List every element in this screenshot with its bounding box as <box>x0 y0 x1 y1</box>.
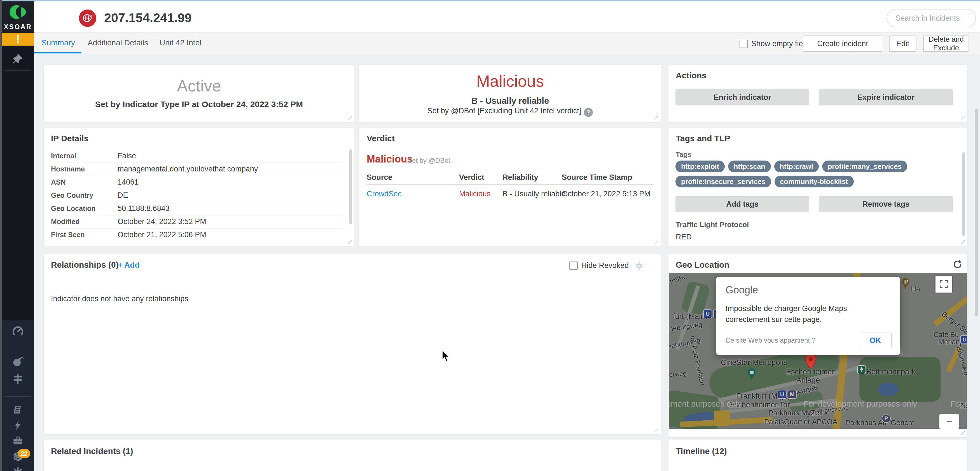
relationships-settings-gear-icon[interactable] <box>635 261 644 271</box>
xsoar-indicator-screen: XSOAR ! <box>0 0 980 471</box>
ip-detail-label: ASN <box>51 178 118 186</box>
ip-detail-row: InternalFalse <box>51 149 342 163</box>
verdict-row-verdict: Malicious <box>459 190 491 198</box>
fullscreen-button[interactable] <box>935 276 952 293</box>
col-source: Source <box>367 173 393 182</box>
sidebar: XSOAR ! <box>2 2 34 471</box>
hide-revoked-checkbox[interactable] <box>570 262 578 270</box>
alert-banner[interactable]: ! <box>2 33 34 46</box>
bomb-icon[interactable] <box>2 355 34 368</box>
zoom-out-button[interactable]: − <box>939 414 959 429</box>
verdict-panel-card: Verdict Malicious Set by @DBot Source Ve… <box>359 127 661 247</box>
pin-icon[interactable] <box>2 53 34 65</box>
ip-detail-value: 14061 <box>118 178 138 187</box>
marketplace-count-badge: 22 <box>18 449 30 458</box>
ip-details-card: IP Details InternalFalseHostnamemanageme… <box>43 127 355 247</box>
xsoar-logo[interactable]: XSOAR <box>2 2 34 33</box>
tags-tlp-card: Tags and TLP Tags http:exploithttp:scanh… <box>668 127 968 247</box>
mouse-cursor <box>442 350 452 365</box>
resize-grip[interactable] <box>346 114 352 119</box>
relationships-title: Relationships (0) <box>51 260 119 270</box>
playbook-book-icon[interactable] <box>2 404 34 416</box>
ip-detail-row: First SeenOctober 21, 2022 5:06 PM <box>51 228 342 241</box>
resize-grip[interactable] <box>346 238 352 244</box>
google-logo: Google <box>725 284 891 296</box>
verdict-help-icon[interactable]: ? <box>584 108 593 117</box>
tag-pill[interactable]: profile:insecure_services <box>675 176 771 187</box>
verdict-row-source[interactable]: CrowdSec <box>367 190 402 198</box>
ip-detail-value: managemental.dont.youlovethat.company <box>118 165 258 173</box>
ip-detail-row: Geo Location50.1188:8.6843 <box>51 202 342 216</box>
dashboard-gauge-icon[interactable] <box>2 325 34 338</box>
tab-additional-details[interactable]: Additional Details <box>88 38 148 47</box>
card-scrollbar[interactable] <box>349 149 352 224</box>
hide-revoked[interactable]: Hide Revoked <box>570 261 629 270</box>
actions-title: Actions <box>676 71 706 80</box>
ip-detail-value: False <box>118 152 136 160</box>
card-scrollbar[interactable] <box>963 152 965 236</box>
tlp-value: RED <box>676 233 692 241</box>
jobs-briefcase-icon[interactable] <box>2 435 34 447</box>
ip-detail-row: Hostnamemanagemental.dont.youlovethat.co… <box>51 162 342 176</box>
geo-location-title: Geo Location <box>676 260 729 270</box>
verdict-set-by: Set by @DBot [Excluding Unit 42 Intel ve… <box>360 106 661 117</box>
verdict-row-timestamp: October 21, 2022 5:13 PM <box>562 190 651 198</box>
tag-pill[interactable]: http:scan <box>728 160 771 172</box>
resize-grip[interactable] <box>959 429 965 435</box>
relationships-card: Relationships (0) + Add Hide Revoked Ind… <box>43 254 661 435</box>
resize-grip[interactable] <box>959 238 965 244</box>
ip-detail-value: October 24, 2022 3:52 PM <box>118 217 206 226</box>
active-tab-underline <box>34 52 81 54</box>
location-pin-icon <box>805 354 816 371</box>
verdict-row-reliability: B - Usually reliable <box>503 190 565 198</box>
tlp-label: Traffic Light Protocol <box>676 220 749 229</box>
col-reliability: Reliability <box>503 173 538 182</box>
tag-pill[interactable]: http:exploit <box>675 160 725 172</box>
status-value: Active <box>44 76 355 95</box>
relationships-empty-message: Indicator does not have any relationship… <box>51 295 188 303</box>
hide-revoked-label: Hide Revoked <box>581 261 629 270</box>
tab-summary[interactable]: Summary <box>41 38 75 47</box>
resize-grip[interactable] <box>959 114 965 119</box>
add-relationship-link[interactable]: + Add <box>118 261 140 270</box>
sidebar-divider <box>5 346 31 346</box>
refresh-icon[interactable] <box>952 259 963 270</box>
resize-grip[interactable] <box>653 238 659 244</box>
google-maps-error-dialog: Google Impossible de charger Google Maps… <box>716 277 900 355</box>
expire-indicator-button[interactable]: Expire indicator <box>819 89 953 105</box>
tab-bar: Summary Additional Details Unit 42 Intel… <box>34 33 980 54</box>
resize-grip[interactable] <box>653 426 659 432</box>
show-empty-fields[interactable]: Show empty fields <box>740 40 813 48</box>
xsoar-logo-text: XSOAR <box>4 23 32 31</box>
search-input[interactable]: Search in Incidents <box>886 9 976 27</box>
sidebar-divider <box>5 70 31 71</box>
verdict-panel-set-by: Set by @DBot <box>407 157 450 165</box>
timeline-title: Timeline (12) <box>676 446 727 456</box>
tag-pill[interactable]: http:crawl <box>774 160 819 172</box>
create-incident-button[interactable]: Create incident <box>803 35 882 52</box>
dialog-message: Impossible de charger Google Maps correc… <box>725 303 882 325</box>
ip-detail-label: Hostname <box>51 165 118 173</box>
tab-unit42-intel[interactable]: Unit 42 Intel <box>159 38 201 47</box>
tags-tlp-title: Tags and TLP <box>676 134 730 143</box>
settings-gear-icon[interactable] <box>2 467 34 471</box>
add-tags-button[interactable]: Add tags <box>675 196 809 212</box>
page-scrollbar[interactable] <box>975 109 978 316</box>
enrich-indicator-button[interactable]: Enrich indicator <box>675 89 809 105</box>
dialog-ok-button[interactable]: OK <box>859 333 892 348</box>
xsoar-logo-icon <box>9 3 27 22</box>
alert-exclamation: ! <box>16 33 20 45</box>
tag-pill[interactable]: profile:many_services <box>822 160 907 172</box>
tag-pill[interactable]: community-blocklist <box>775 176 854 187</box>
show-empty-fields-checkbox[interactable] <box>740 40 748 48</box>
page-title: 207.154.241.99 <box>104 11 192 25</box>
ip-detail-label: Geo Country <box>51 191 118 200</box>
signpost-icon[interactable] <box>2 373 34 385</box>
delete-and-exclude-button[interactable]: Delete and Exclude <box>923 35 969 52</box>
google-map[interactable]: traßefurt (Main)neburgwegneburgwegIm Tru… <box>669 273 967 429</box>
remove-tags-button[interactable]: Remove tags <box>819 196 953 212</box>
ip-details-title: IP Details <box>51 134 89 143</box>
automation-lightning-icon[interactable] <box>2 420 34 431</box>
edit-button[interactable]: Edit <box>889 35 916 52</box>
ip-detail-label: Modified <box>51 217 118 226</box>
